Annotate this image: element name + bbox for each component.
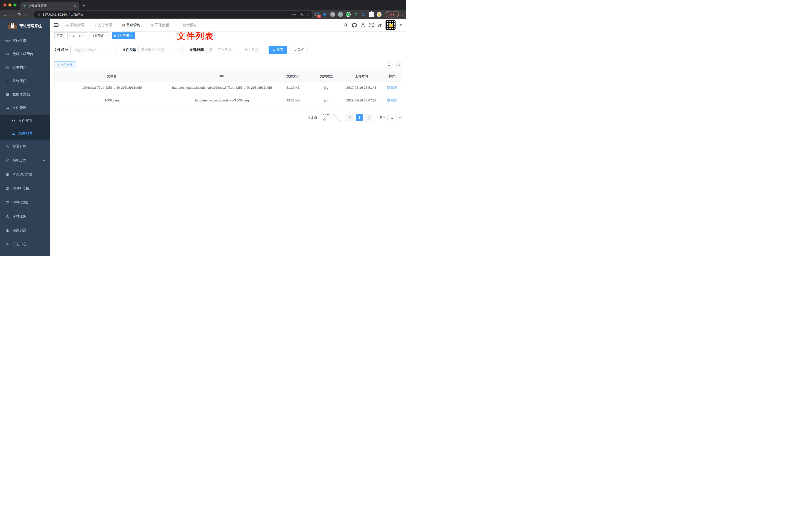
sidebar-item-文件管理[interactable]: ☁ 文件管理 xyxy=(0,101,50,115)
forward-button[interactable]: → xyxy=(9,12,16,17)
top-nav-基础设施[interactable]: ⊡ 基础设施 xyxy=(121,19,142,31)
file-type-select[interactable]: 请选择文件类型 xyxy=(138,46,184,54)
monitor-chart-icon: ▣ xyxy=(5,173,10,177)
sidebar-item-代码生成[interactable]: </> 代码生成 xyxy=(0,34,50,48)
favicon-plant-icon xyxy=(23,4,26,8)
dot-extension-icon[interactable] xyxy=(338,12,343,17)
tag-首页[interactable]: 首页 xyxy=(54,32,65,39)
close-icon[interactable]: × xyxy=(105,34,107,37)
app-header: ⚙ 系统管理 ¥ 支付管理 ⊡ 基础设施 ⊞ 工作流程 ◔ 统计报表 ? xyxy=(50,19,406,31)
start-date-placeholder: 开始日期 xyxy=(212,48,236,52)
goto-page-input[interactable] xyxy=(387,114,397,121)
star-extension-icon[interactable]: ✩ xyxy=(353,12,358,17)
sidebar-collapse-icon[interactable] xyxy=(54,23,59,27)
main-area: ⚙ 系统管理 ¥ 支付管理 ⊡ 基础设施 ⊞ 工作流程 ◔ 统计报表 ? xyxy=(50,19,406,256)
eye-extension-icon[interactable]: ◎ xyxy=(361,12,366,17)
sidebar-item-系统接口[interactable]: ⚎ 系统接口 xyxy=(0,74,50,88)
window-minimize-button[interactable] xyxy=(8,3,11,6)
close-icon[interactable]: × xyxy=(83,34,85,37)
chevron-down-icon xyxy=(179,48,181,51)
chevron-down-icon[interactable] xyxy=(400,24,402,26)
sidebar-item-Redis 监控[interactable]: ≣ Redis 监控 xyxy=(0,181,50,195)
github-icon[interactable] xyxy=(352,23,357,28)
prev-page-button[interactable] xyxy=(346,114,354,121)
page-size-select[interactable]: 10条/页 xyxy=(320,114,344,121)
y-extension-icon[interactable] xyxy=(346,12,351,17)
top-nav-支付管理[interactable]: ¥ 支付管理 xyxy=(93,19,113,31)
window-close-button[interactable] xyxy=(3,3,6,6)
close-icon[interactable]: × xyxy=(131,34,133,37)
sidebar-item-数据库文档[interactable]: ▦ 数据库文档 xyxy=(0,88,50,101)
create-time-label: 创建时间 xyxy=(190,48,204,52)
page-number-button[interactable]: 1 xyxy=(356,114,363,121)
delete-button[interactable]: 删除 xyxy=(387,85,397,90)
tab-title: 芋道管理系统 xyxy=(28,4,72,8)
log-center-icon: ✎ xyxy=(5,242,10,246)
toggle-search-button[interactable] xyxy=(385,61,393,68)
sidebar-item-定时任务[interactable]: ◷ 定时任务 xyxy=(0,209,50,223)
refresh-icon xyxy=(293,48,296,51)
header-actions: ? TT xyxy=(343,19,402,31)
date-range-picker[interactable]: 开始日期 - 结束日期 xyxy=(206,46,266,54)
sidebar-item-Java 监控[interactable]: ▢ Java 监控 xyxy=(0,195,50,209)
home-button[interactable]: ⌂ xyxy=(23,12,30,17)
top-nav-系统管理[interactable]: ⚙ 系统管理 xyxy=(64,19,86,31)
font-size-icon[interactable]: TT xyxy=(378,23,382,27)
password-key-icon[interactable] xyxy=(292,12,296,17)
file-path-input[interactable] xyxy=(70,46,116,54)
browser-tab[interactable]: 芋道管理系统 ✕ xyxy=(20,2,79,10)
sidebar-item-API 日志[interactable]: ✐ API 日志 xyxy=(0,154,50,168)
share-icon[interactable] xyxy=(299,12,303,17)
extensions-puzzle-icon[interactable] xyxy=(369,12,374,17)
top-nav-统计报表[interactable]: ◔ 统计报表 xyxy=(178,19,198,31)
search-button[interactable]: 搜索 xyxy=(269,46,287,54)
table-grid-icon: ▦ xyxy=(5,92,10,96)
pinned-extension-icon[interactable]: 11 xyxy=(315,12,320,17)
cloud-upload-icon: ☁ xyxy=(11,131,16,135)
command-extension-icon[interactable]: ⌘ xyxy=(330,12,335,17)
sidebar-item-文件列表[interactable]: ☁ 文件列表 xyxy=(0,127,50,140)
column-header-文件名: 文件名 xyxy=(54,71,170,81)
top-nav-工作流程[interactable]: ⊞ 工作流程 xyxy=(149,19,171,31)
url-text: 127.0.0.1:1024/infra/file/file xyxy=(42,13,83,17)
sidebar-item-MySQL 监控[interactable]: ▣ MySQL 监控 xyxy=(0,168,50,181)
tab-close-icon[interactable]: ✕ xyxy=(72,4,77,8)
site-info-icon[interactable]: i xyxy=(37,13,40,16)
reset-button[interactable]: 重置 xyxy=(290,46,308,54)
sidebar-item-配置管理[interactable]: ✎ 配置管理 xyxy=(0,140,50,154)
sidebar-item-表单构建[interactable]: ▤ 表单构建 xyxy=(0,61,50,74)
window-zoom-button[interactable] xyxy=(13,3,17,6)
delete-button[interactable]: 删除 xyxy=(387,97,397,103)
refresh-table-button[interactable] xyxy=(395,61,402,68)
sidebar-item-文件配置[interactable]: ⚙ 文件配置 xyxy=(0,115,50,127)
goto-label: 前往 xyxy=(379,115,386,120)
gear-icon: ⚙ xyxy=(11,119,16,123)
search-icon xyxy=(387,63,391,66)
kite-extension-icon[interactable] xyxy=(322,12,327,17)
search-icon[interactable] xyxy=(343,23,348,27)
chrome-menu-icon[interactable]: ⋮ xyxy=(401,12,405,17)
reload-button[interactable]: ⟳ xyxy=(16,12,23,17)
sidebar-item-链路追踪[interactable]: ◉ 链路追踪 xyxy=(0,223,50,237)
new-tab-button[interactable]: + xyxy=(82,2,85,9)
upload-file-button[interactable]: + 上传文件 xyxy=(54,61,76,68)
layers-icon: ≣ xyxy=(5,186,10,190)
smiley-extension-icon[interactable] xyxy=(377,12,382,17)
help-icon[interactable]: ? xyxy=(361,23,365,27)
column-header-URL: URL xyxy=(170,71,274,81)
next-page-button[interactable] xyxy=(365,114,372,121)
extension-badge: 11 xyxy=(317,15,321,18)
sidebar-item-代码生成示例[interactable]: ☑ 代码生成示例 xyxy=(0,48,50,61)
bookmark-star-icon[interactable]: ☆ xyxy=(307,12,310,17)
user-avatar-qr[interactable] xyxy=(385,20,396,30)
chrome-update-button[interactable]: 更新 xyxy=(385,11,399,18)
tag-个人中心[interactable]: 个人中心 × xyxy=(67,32,87,39)
tag-文件列表[interactable]: 文件列表 × xyxy=(112,32,135,39)
back-button[interactable]: ← xyxy=(2,12,9,17)
fullscreen-icon[interactable] xyxy=(369,23,374,27)
sidebar-item-日志中心[interactable]: ✎ 日志中心 xyxy=(0,237,50,251)
logo-row[interactable]: 芋道管理系统 xyxy=(0,19,50,33)
file-table: 文件名URL文件大小文件类型上传时间操作 a294ecb2-73dd-4353-… xyxy=(54,71,402,107)
tag-文件配置[interactable]: 文件配置 × xyxy=(90,32,109,39)
address-bar[interactable]: i 127.0.0.1:1024/infra/file/file ☆ xyxy=(34,11,313,18)
